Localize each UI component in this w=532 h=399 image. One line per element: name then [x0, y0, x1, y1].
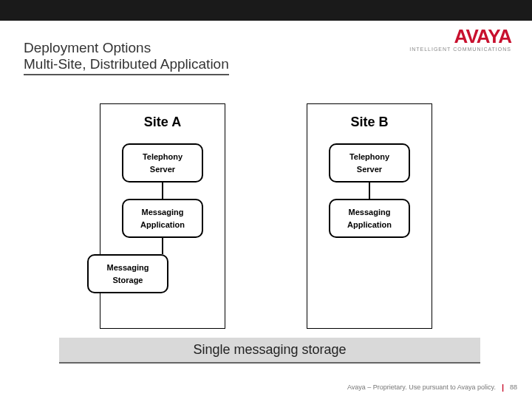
- top-bar: [0, 0, 532, 21]
- site-b-telephony-node: Telephony Server: [329, 143, 410, 183]
- connector-line: [162, 238, 163, 254]
- node-label: Telephony: [126, 151, 199, 163]
- site-a-messaging-node: Messaging Application: [122, 199, 203, 238]
- node-label: Storage: [92, 274, 164, 287]
- caption-text: Single messaging storage: [193, 342, 346, 357]
- diagram: Site A Telephony Server Messaging Applic…: [0, 103, 532, 329]
- brand-logo: AVAYA: [409, 25, 511, 48]
- connector-line: [162, 183, 163, 199]
- site-b-title: Site B: [350, 115, 388, 130]
- logo-area: AVAYA INTELLIGENT COMMUNICATIONS: [409, 25, 511, 52]
- page-number: 88: [510, 383, 517, 391]
- site-b-box: Site B Telephony Server Messaging Applic…: [307, 103, 432, 329]
- site-a-storage-node: Messaging Storage: [87, 254, 168, 293]
- node-label: Messaging: [92, 262, 164, 274]
- brand-tagline: INTELLIGENT COMMUNICATIONS: [409, 47, 511, 52]
- node-label: Messaging: [126, 206, 199, 219]
- title-line-1: Deployment Options: [24, 40, 229, 56]
- node-label: Application: [333, 219, 406, 231]
- connector-line: [369, 183, 370, 199]
- site-a-title: Site A: [144, 115, 181, 130]
- footer: Avaya – Proprietary. Use pursuant to Ava…: [347, 383, 517, 392]
- site-b-messaging-node: Messaging Application: [329, 199, 410, 238]
- site-a-box: Site A Telephony Server Messaging Applic…: [100, 103, 225, 329]
- node-label: Server: [333, 163, 406, 176]
- page-title: Deployment Options Multi-Site, Distribut…: [24, 40, 229, 75]
- node-label: Application: [126, 219, 199, 231]
- node-label: Telephony: [333, 151, 406, 163]
- footer-text: Avaya – Proprietary. Use pursuant to Ava…: [347, 383, 496, 391]
- site-a-telephony-node: Telephony Server: [122, 143, 203, 183]
- title-line-2: Multi-Site, Distributed Application: [24, 56, 229, 75]
- footer-divider-icon: |: [502, 383, 504, 392]
- caption-bar: Single messaging storage: [59, 338, 480, 364]
- node-label: Messaging: [333, 206, 406, 219]
- node-label: Server: [126, 163, 199, 176]
